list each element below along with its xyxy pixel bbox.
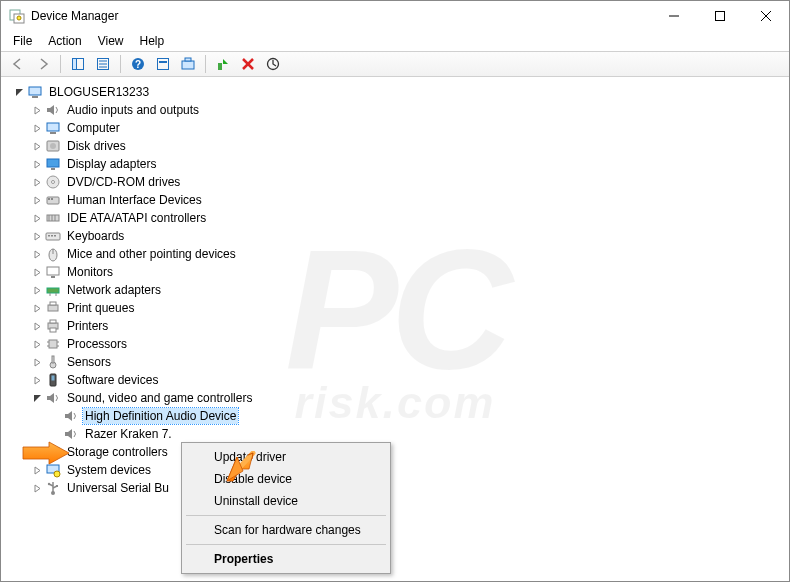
tree-category-label: Mice and other pointing devices: [65, 246, 238, 262]
tree-category[interactable]: DVD/CD-ROM drives: [11, 173, 789, 191]
chevron-right-icon[interactable]: [29, 102, 45, 118]
disable-button[interactable]: [262, 53, 284, 75]
tree-category[interactable]: Software devices: [11, 371, 789, 389]
chevron-right-icon[interactable]: [29, 228, 45, 244]
tree-category-label: Human Interface Devices: [65, 192, 204, 208]
chevron-right-icon[interactable]: [29, 318, 45, 334]
tree-category[interactable]: Universal Serial Bu: [11, 479, 789, 497]
menu-action[interactable]: Action: [40, 33, 89, 49]
chevron-right-icon[interactable]: [29, 174, 45, 190]
device-category-icon: [45, 264, 61, 280]
tree-category[interactable]: Sound, video and game controllers: [11, 389, 789, 407]
chevron-down-icon[interactable]: [11, 84, 27, 100]
tree-category-label: System devices: [65, 462, 153, 478]
scan-button[interactable]: [177, 53, 199, 75]
chevron-right-icon[interactable]: [29, 246, 45, 262]
device-tree[interactable]: BLOGUSER13233 Audio inputs and outputsCo…: [1, 79, 789, 581]
chevron-right-icon[interactable]: [29, 462, 45, 478]
chevron-right-icon[interactable]: [29, 444, 45, 460]
chevron-right-icon[interactable]: [29, 354, 45, 370]
tree-category-label: Storage controllers: [65, 444, 170, 460]
chevron-right-icon[interactable]: [29, 138, 45, 154]
device-category-icon: [45, 228, 61, 244]
context-properties[interactable]: Properties: [184, 548, 388, 570]
chevron-right-icon[interactable]: [29, 156, 45, 172]
tree-category[interactable]: Monitors: [11, 263, 789, 281]
tree-category[interactable]: Storage controllers: [11, 443, 789, 461]
svg-point-28: [50, 143, 56, 149]
minimize-button[interactable]: [651, 1, 697, 31]
tree-category[interactable]: Disk drives: [11, 137, 789, 155]
tree-category[interactable]: Processors: [11, 335, 789, 353]
computer-icon: [27, 84, 43, 100]
tree-category[interactable]: Computer: [11, 119, 789, 137]
chevron-right-icon[interactable]: [29, 372, 45, 388]
properties-button[interactable]: [92, 53, 114, 75]
context-uninstall-device[interactable]: Uninstall device: [184, 490, 388, 512]
chevron-right-icon[interactable]: [29, 282, 45, 298]
uninstall-button[interactable]: [237, 53, 259, 75]
svg-rect-41: [48, 235, 50, 237]
tree-category[interactable]: Printers: [11, 317, 789, 335]
tree-device[interactable]: High Definition Audio Device: [11, 407, 789, 425]
chevron-right-icon[interactable]: [29, 336, 45, 352]
action-button[interactable]: [152, 53, 174, 75]
tree-category[interactable]: Display adapters: [11, 155, 789, 173]
tree-category[interactable]: Audio inputs and outputs: [11, 101, 789, 119]
tree-category[interactable]: System devices: [11, 461, 789, 479]
expander-spacer: [47, 408, 63, 424]
tree-category[interactable]: Sensors: [11, 353, 789, 371]
device-category-icon: [45, 246, 61, 262]
svg-rect-35: [51, 198, 53, 200]
tree-category-label: Computer: [65, 120, 122, 136]
svg-rect-26: [50, 132, 56, 134]
tree-category[interactable]: Mice and other pointing devices: [11, 245, 789, 263]
device-category-icon: [45, 318, 61, 334]
tree-category[interactable]: Print queues: [11, 299, 789, 317]
context-update-driver[interactable]: Update driver: [184, 446, 388, 468]
app-icon: [9, 8, 25, 24]
svg-rect-65: [47, 448, 59, 452]
chevron-right-icon[interactable]: [29, 120, 45, 136]
tree-root[interactable]: BLOGUSER13233: [11, 83, 789, 101]
chevron-right-icon[interactable]: [29, 210, 45, 226]
chevron-right-icon[interactable]: [29, 192, 45, 208]
tree-category-label: Software devices: [65, 372, 160, 388]
tree-category-label: Print queues: [65, 300, 136, 316]
device-category-icon: [45, 120, 61, 136]
svg-rect-43: [54, 235, 56, 237]
toolbar-separator: [60, 55, 61, 73]
svg-rect-23: [29, 87, 41, 95]
chevron-right-icon[interactable]: [29, 264, 45, 280]
tree-device[interactable]: Razer Kraken 7.: [11, 425, 789, 443]
context-scan-hardware[interactable]: Scan for hardware changes: [184, 519, 388, 541]
speaker-icon: [63, 408, 79, 424]
back-button[interactable]: [7, 53, 29, 75]
tree-category[interactable]: Keyboards: [11, 227, 789, 245]
svg-rect-52: [50, 302, 56, 305]
context-separator: [186, 515, 386, 516]
chevron-right-icon[interactable]: [29, 480, 45, 496]
show-hide-console-button[interactable]: [67, 53, 89, 75]
update-driver-button[interactable]: [212, 53, 234, 75]
svg-point-68: [54, 471, 60, 477]
window-title: Device Manager: [31, 9, 651, 23]
forward-button[interactable]: [32, 53, 54, 75]
chevron-right-icon[interactable]: [29, 300, 45, 316]
svg-rect-66: [47, 453, 59, 457]
chevron-down-icon[interactable]: [29, 390, 45, 406]
tree-category[interactable]: IDE ATA/ATAPI controllers: [11, 209, 789, 227]
tree-category[interactable]: Network adapters: [11, 281, 789, 299]
maximize-button[interactable]: [697, 1, 743, 31]
tree-root-label: BLOGUSER13233: [47, 84, 151, 100]
context-menu: Update driver Disable device Uninstall d…: [181, 442, 391, 574]
close-button[interactable]: [743, 1, 789, 31]
menu-file[interactable]: File: [5, 33, 40, 49]
menu-view[interactable]: View: [90, 33, 132, 49]
menu-help[interactable]: Help: [132, 33, 173, 49]
tree-category[interactable]: Human Interface Devices: [11, 191, 789, 209]
context-disable-device[interactable]: Disable device: [184, 468, 388, 490]
device-category-icon: [45, 174, 61, 190]
svg-rect-30: [51, 168, 55, 170]
help-button[interactable]: ?: [127, 53, 149, 75]
